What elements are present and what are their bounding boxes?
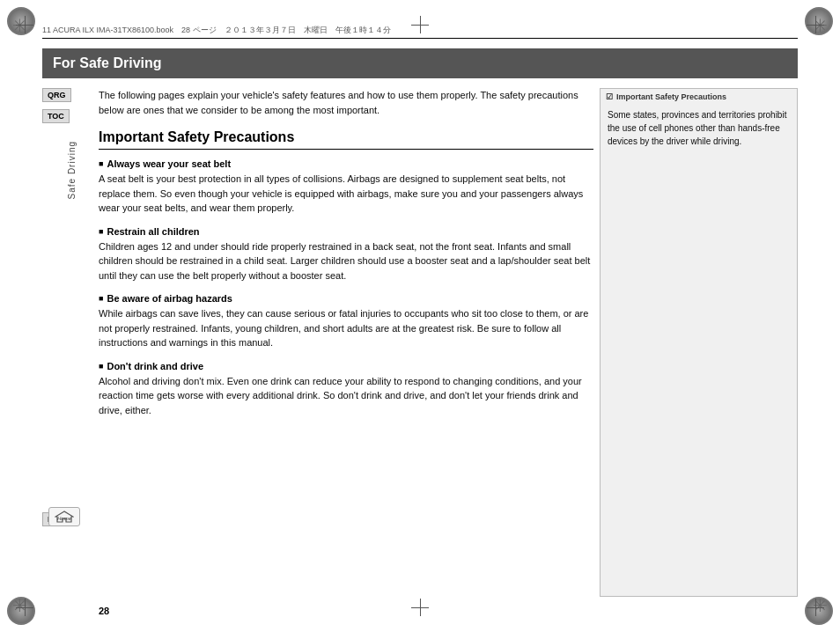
page-number: 28	[99, 606, 109, 616]
right-panel-body: Some states, provinces and territories p…	[601, 105, 797, 151]
svg-text:Home: Home	[57, 516, 72, 521]
subsection-title-1: Always wear your seat belt	[99, 158, 593, 169]
home-icon: Home	[55, 511, 74, 523]
subsection-body-1: A seat belt is your best protection in a…	[99, 172, 593, 216]
header-banner: For Safe Driving	[42, 48, 798, 78]
home-icon-area[interactable]: Home	[48, 507, 80, 526]
crosshair-bc	[411, 599, 429, 616]
header-title: For Safe Driving	[53, 55, 162, 71]
subsection-body-4: Alcohol and driving don't mix. Even one …	[99, 374, 593, 418]
subsection-title-3: Be aware of airbag hazards	[99, 293, 593, 304]
intro-text: The following pages explain your vehicle…	[99, 88, 593, 117]
crosshair-bl	[16, 599, 33, 616]
subsection-drink-drive: Don't drink and drive Alcohol and drivin…	[99, 361, 593, 418]
section-title: Important Safety Precautions	[99, 129, 593, 150]
crosshair-tr	[807, 16, 824, 33]
main-content: The following pages explain your vehicle…	[99, 88, 593, 597]
subsection-body-3: While airbags can save lives, they can c…	[99, 306, 593, 350]
subsection-title-2: Restrain all children	[99, 226, 593, 237]
right-panel-header: Important Safety Precautions	[601, 89, 797, 105]
subsection-airbag: Be aware of airbag hazards While airbags…	[99, 293, 593, 350]
crosshair-tl	[16, 16, 33, 33]
crosshair-br	[807, 599, 824, 616]
subsection-children: Restrain all children Children ages 12 a…	[99, 226, 593, 283]
subsection-title-4: Don't drink and drive	[99, 361, 593, 371]
toc-vertical-label: Safe Driving	[67, 141, 77, 199]
subsection-seat-belt: Always wear your seat belt A seat belt i…	[99, 158, 593, 216]
toc-badge[interactable]: TOC	[42, 109, 70, 123]
right-panel: Important Safety Precautions Some states…	[600, 88, 798, 597]
top-info-text: 11 ACURA ILX IMA-31TX86100.book 28 ページ ２…	[42, 26, 391, 34]
qrg-badge[interactable]: QRG	[42, 88, 71, 102]
subsection-body-2: Children ages 12 and under should ride p…	[99, 239, 593, 283]
top-info-bar: 11 ACURA ILX IMA-31TX86100.book 28 ページ ２…	[42, 25, 798, 39]
